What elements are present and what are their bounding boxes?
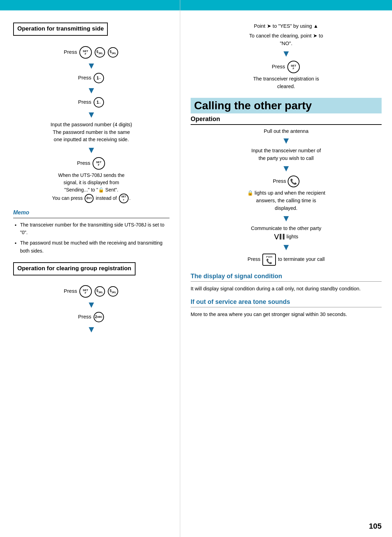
press-label-6: Press xyxy=(78,314,93,319)
press-label-r1: Press xyxy=(272,63,287,69)
arrow-r4: ▼ xyxy=(191,213,382,223)
key-5jkl-4: 5JKL xyxy=(108,286,118,297)
press-label-2: Press xyxy=(78,75,93,80)
oos-body: More to the area where you can get stron… xyxy=(191,311,382,318)
key-set-1: SETF xyxy=(79,46,92,59)
section2-title: Operation for clearing group registratio… xyxy=(13,262,136,275)
step-phone-key: Press 📞 xyxy=(191,176,382,187)
key-2abc: 2ABC xyxy=(94,312,104,322)
key-set-3: SETF xyxy=(79,285,92,298)
step-key-2abc: Press 2ABC xyxy=(13,312,169,322)
section1-title: Operation for transmitting side xyxy=(13,23,108,36)
press-label-r2: Press xyxy=(273,178,288,184)
key-1a: 1... xyxy=(94,73,104,83)
calling-heading: Calling the other party xyxy=(191,98,382,113)
press-label-1: Press xyxy=(64,49,79,55)
terminate-label: to terminate your call xyxy=(278,257,325,262)
arrow-2: ▼ xyxy=(13,85,169,95)
key-5jkl-2: 5JKL xyxy=(108,47,118,58)
oos-heading: If out of service area tone sounds xyxy=(191,298,382,307)
arrow-6: ▼ xyxy=(13,324,169,334)
step-antenna: Pull out the antenna xyxy=(191,128,382,134)
arrow-r2: ▼ xyxy=(191,136,382,146)
arrow-1: ▼ xyxy=(13,61,169,71)
cleared-text: The transceiver registration iscleared. xyxy=(191,75,382,91)
step-communicate: Communicate to the other party ⋁∥∥ light… xyxy=(191,225,382,241)
key-set-2: SETF xyxy=(93,157,105,170)
arrow-r3: ▼ xyxy=(191,163,382,173)
left-column: Operation for transmitting side Press SE… xyxy=(0,0,180,537)
arrow-3: ▼ xyxy=(13,110,169,120)
memo-title: Memo xyxy=(13,210,169,216)
sending-desc: When the UTS-708J sends thesignal, it is… xyxy=(13,172,169,203)
press-label-5: Press xyxy=(64,288,79,294)
memo-divider xyxy=(13,218,169,218)
arrow-r1: ▼ xyxy=(191,49,382,59)
press-label-r3: Press xyxy=(247,257,262,262)
point-yes-text: Point ➤ to "YES" by using ▲ xyxy=(191,23,382,30)
press-label-3: Press xyxy=(78,99,93,105)
press-label-4: Press xyxy=(77,160,92,166)
step-set-1: Press SETF xyxy=(13,157,169,170)
cancel-clear-text: To cancel the clearing, point ➤ to"NO". xyxy=(191,32,382,48)
step-key-2: Press 1... xyxy=(13,97,169,108)
memo-list: The transceiver number for the transmitt… xyxy=(13,221,169,255)
arrow-4: ▼ xyxy=(13,145,169,155)
page-number: 105 xyxy=(369,522,382,531)
key-5jkl-1: 5JKL xyxy=(95,47,105,58)
password-desc: Input the password number (4 digits)The … xyxy=(13,121,169,144)
phone-call-icon: 📞 xyxy=(288,176,299,187)
signal-heading: The display of signal condition xyxy=(191,273,382,282)
memo-item-2: The password must be muched with the rec… xyxy=(20,239,169,255)
key-1b: 1... xyxy=(94,97,104,108)
step-input-num: Input the transceiver number ofthe party… xyxy=(191,147,382,162)
step-keys-1: Press SETF 5JKL 5JKL xyxy=(13,46,169,59)
key-5jkl-3: 5JKL xyxy=(95,286,105,297)
arrow-r5: ▼ xyxy=(191,242,382,252)
signal-body: It will display signal condition during … xyxy=(191,285,382,293)
signal-bars-icon: ⋁∥∥ xyxy=(274,233,285,239)
step-terminate: Press PWR 📞 to terminate your call xyxy=(191,254,382,266)
arrow-5: ▼ xyxy=(13,300,169,310)
step-keys-2: Press SETF 5JKL 5JKL xyxy=(13,285,169,298)
memo-item-1: The transceiver number for the transmitt… xyxy=(20,221,169,237)
pwr-key: PWR 📞 xyxy=(262,254,276,266)
step-key-1: Press 1... xyxy=(13,73,169,83)
operation-heading: Operation xyxy=(191,116,382,125)
step-lock-desc: 🔒 lights up and when the recipientanswer… xyxy=(191,189,382,212)
step-set-r1: Press SETF xyxy=(191,61,382,73)
key-set-r1: SETF xyxy=(287,61,300,73)
page: Operation for transmitting side Press SE… xyxy=(0,0,392,537)
right-column: Point ➤ to "YES" by using ▲ To cancel th… xyxy=(180,0,392,537)
